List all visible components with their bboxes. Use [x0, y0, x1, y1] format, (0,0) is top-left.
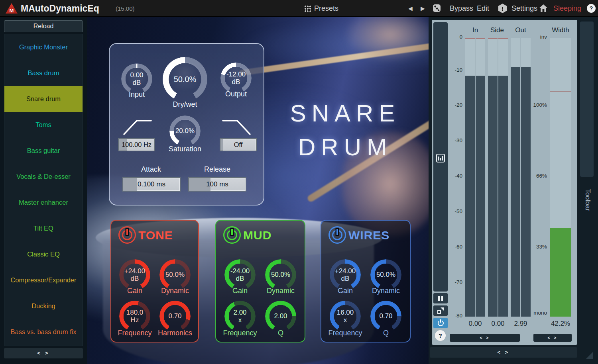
tone-gain-knob[interactable]: +24.00dB	[119, 259, 150, 290]
home-icon[interactable]	[539, 4, 547, 12]
limiter-warning-icon[interactable]: !	[498, 4, 507, 13]
output-gain-knob[interactable]: -12.00dB	[220, 63, 252, 94]
scale-60: -60	[443, 244, 462, 250]
sleeping-status[interactable]: Sleeping	[553, 0, 581, 17]
preset-item-master-enhancer[interactable]: Master enhancer	[4, 190, 83, 215]
wires-q-knob[interactable]: 0.70	[370, 301, 401, 332]
release-slider[interactable]: 100 ms	[188, 177, 246, 192]
preset-item-classic-eq[interactable]: Classic EQ	[4, 241, 83, 267]
wires-dynamic-knob[interactable]: 50.0%	[370, 259, 401, 290]
scale-0: 0	[443, 34, 462, 40]
output-knob-label: Output	[216, 90, 256, 98]
hand-top	[346, 17, 429, 61]
toolbar-label: Toolbar	[564, 191, 598, 209]
help-icon[interactable]: ?	[587, 4, 596, 13]
scale-10: -10	[443, 67, 462, 73]
drumstick-upper	[239, 39, 429, 76]
side-value: 0.00	[486, 320, 510, 328]
saturation-knob-label: Saturation	[165, 145, 205, 153]
tone-harmonics-knob[interactable]: 0.70	[159, 301, 191, 332]
preset-item-snare-drum-selected[interactable]: Snare drum	[4, 86, 83, 112]
previous-preset-button[interactable]: ◀	[408, 0, 413, 17]
wires-title: WIRES	[348, 229, 389, 242]
preset-title: SNARE DRUM	[254, 96, 429, 164]
preset-item-ducking[interactable]: Ducking	[4, 293, 83, 319]
dry-wet-knob[interactable]: 50.0%	[163, 57, 207, 102]
analyzer-icon[interactable]	[436, 154, 445, 162]
attack-slider[interactable]: 0.100 ms	[122, 177, 181, 192]
pause-button[interactable]	[433, 293, 448, 303]
width-value: 42.2%	[547, 320, 574, 328]
tone-title: TONE	[138, 229, 173, 242]
mud-power-icon[interactable]	[223, 226, 241, 244]
meters-power-button[interactable]	[433, 318, 448, 328]
wires-gain-label: Gain	[325, 287, 365, 295]
lowpass-frequency-box[interactable]: Off	[220, 138, 257, 151]
window-resize-handle[interactable]	[586, 352, 593, 359]
tone-dynamic-label: Dynamic	[155, 287, 195, 295]
wires-frequency-label: Frequency	[325, 329, 365, 337]
highpass-filter-icon	[122, 117, 153, 137]
meter-side-left[interactable]	[488, 38, 498, 317]
bypass-button[interactable]: Bypass	[450, 0, 473, 17]
preset-title-line1: SNARE	[254, 96, 429, 130]
saturation-knob[interactable]: 20.0%	[169, 115, 201, 147]
edit-button[interactable]: Edit	[477, 0, 489, 17]
meter-panel-bottom-scrollbar[interactable]: < >	[430, 347, 577, 358]
next-preset-button[interactable]: ▶	[421, 0, 425, 17]
meters-horizontal-scrollbar[interactable]: < >	[450, 334, 520, 342]
width-scale-100: 100%	[529, 102, 547, 108]
wires-power-icon[interactable]	[329, 226, 346, 244]
preset-item-bass-drum[interactable]: Bass drum	[4, 60, 83, 86]
mud-dynamic-label: Dynamic	[261, 287, 301, 295]
preset-item-graphic-monster[interactable]: Graphic Monster	[4, 34, 83, 60]
meter-out-left[interactable]	[511, 38, 520, 317]
mud-gain-knob[interactable]: -24.00dB	[224, 259, 256, 290]
meter-width[interactable]	[550, 38, 571, 317]
dry-wet-knob-label: Dry/wet	[165, 100, 205, 109]
preset-item-bass-guitar[interactable]: Bass guitar	[4, 138, 83, 164]
width-scale-33: 33%	[529, 244, 547, 250]
tone-harmonics-label: Harmonics	[155, 329, 195, 337]
preset-title-line2: DRUM	[254, 130, 429, 164]
meter-in-left[interactable]	[465, 38, 475, 317]
scale-40: -40	[443, 173, 462, 179]
input-gain-knob[interactable]: 0.00dB	[121, 63, 152, 94]
preset-item-toms[interactable]: Toms	[4, 112, 83, 138]
width-scale-inv: inv	[529, 34, 547, 40]
width-marker-line	[550, 91, 571, 92]
width-scale-mono: mono	[529, 310, 547, 316]
highpass-frequency-box[interactable]: 100.00 Hz	[118, 138, 155, 151]
main-editor-area: SNARE DRUM 0.00dB Input 50.0% Dry/wet -1…	[87, 17, 429, 364]
mud-q-knob[interactable]: 2.00	[265, 301, 296, 332]
sidebar-horizontal-scrollbar[interactable]: < >	[4, 348, 83, 358]
preset-item-compressor-expander[interactable]: Compressor/Expander	[4, 267, 83, 293]
preset-item-vocals-deesser[interactable]: Vocals & De-esser	[4, 164, 83, 190]
toolbar-scrollbar[interactable]	[580, 22, 594, 177]
width-horizontal-scrollbar[interactable]: < >	[533, 334, 572, 342]
wires-frequency-knob[interactable]: 16.00x	[330, 301, 361, 332]
meters-help-icon[interactable]: ?	[435, 330, 446, 341]
band-panel-wires: WIRES +24.00dB Gain 50.0% Dynamic 16.00x…	[321, 220, 411, 342]
melda-logo-icon: M	[6, 3, 18, 14]
random-preset-dice-icon[interactable]	[433, 4, 441, 12]
meter-side-right[interactable]	[498, 38, 508, 317]
global-controls-panel: 0.00dB Input 50.0% Dry/wet -12.00dB Outp…	[109, 43, 264, 205]
meter-in-right[interactable]	[476, 38, 485, 317]
reload-button[interactable]: Reload	[4, 20, 83, 32]
preset-item-tilt-eq[interactable]: Tilt EQ	[4, 215, 83, 241]
mud-dynamic-knob[interactable]: 50.0%	[265, 259, 296, 290]
wires-q-label: Q	[366, 329, 406, 337]
mud-frequency-knob[interactable]: 2.00x	[224, 301, 256, 332]
tone-power-icon[interactable]	[118, 226, 136, 244]
preset-item-bass-vs-bass-drum-fix[interactable]: Bass vs. bass drum fix	[4, 319, 83, 345]
tone-frequency-knob[interactable]: 180.0Hz	[119, 301, 150, 332]
tone-dynamic-knob[interactable]: 50.0%	[159, 259, 191, 290]
presets-button[interactable]: Presets	[314, 0, 338, 17]
wires-gain-knob[interactable]: +24.00dB	[330, 259, 361, 290]
width-scale-66: 66%	[529, 173, 547, 179]
mud-q-label: Q	[261, 329, 301, 337]
settings-button[interactable]: Settings	[511, 0, 537, 17]
title-bar: M MAutoDynamicEq (15.00) Presets ◀ ▶ Byp…	[0, 0, 598, 17]
app-version: (15.00)	[116, 0, 135, 18]
